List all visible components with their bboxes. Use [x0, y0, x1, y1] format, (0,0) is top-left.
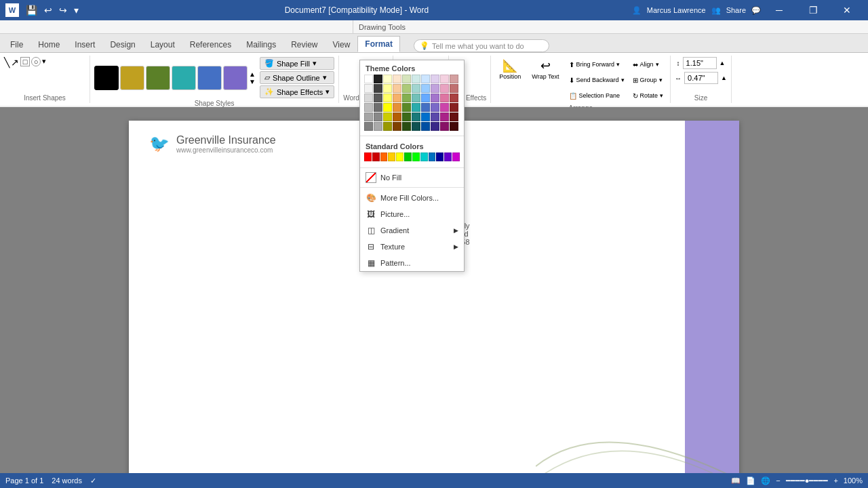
theme-color-cell[interactable] [383, 122, 392, 131]
send-backward-dropdown[interactable]: ▾ [621, 77, 625, 83]
std-color-purple[interactable] [444, 152, 452, 161]
theme-color-cell[interactable] [402, 94, 411, 102]
theme-color-cell[interactable] [412, 75, 420, 83]
theme-color-cell[interactable] [402, 75, 411, 83]
picture-option[interactable]: 🖼 Picture... [360, 206, 464, 222]
theme-color-cell[interactable] [393, 84, 401, 93]
theme-color-cell[interactable] [440, 94, 449, 102]
std-color-magenta[interactable] [452, 152, 460, 161]
swatch-purple[interactable] [223, 66, 248, 90]
theme-color-cell[interactable] [421, 84, 430, 93]
theme-color-cell[interactable] [431, 122, 439, 131]
swatch-black[interactable] [94, 66, 119, 90]
theme-color-cell[interactable] [393, 75, 401, 83]
swatch-gold[interactable] [120, 66, 144, 90]
minimize-button[interactable]: ─ [764, 0, 795, 20]
theme-color-cell[interactable] [431, 84, 439, 93]
theme-color-cell[interactable] [412, 84, 420, 93]
swatch-green[interactable] [146, 66, 170, 90]
shape-line-tool[interactable]: ╲ [4, 57, 9, 68]
undo-button[interactable]: ↩ [41, 3, 55, 17]
theme-color-cell[interactable] [402, 84, 411, 93]
proofing-icon[interactable]: ✓ [90, 476, 96, 485]
theme-color-cell[interactable] [364, 94, 373, 102]
theme-color-cell[interactable] [450, 113, 458, 121]
align-button[interactable]: ⬌ Align ▾ [630, 57, 667, 72]
theme-color-cell[interactable] [374, 122, 382, 131]
group-button[interactable]: ⊞ Group ▾ [630, 73, 667, 87]
theme-color-cell[interactable] [440, 84, 449, 93]
no-fill-option[interactable]: No Fill [360, 170, 464, 185]
tab-design[interactable]: Design [102, 36, 142, 52]
zoom-slider[interactable]: ━━━━●━━━━ [786, 476, 829, 485]
swatch-teal[interactable] [172, 66, 196, 90]
theme-color-cell[interactable] [393, 103, 401, 112]
tab-home[interactable]: Home [31, 36, 67, 52]
theme-color-cell[interactable] [450, 84, 458, 93]
customize-qa-button[interactable]: ▾ [71, 3, 81, 17]
tab-review[interactable]: Review [283, 36, 325, 52]
theme-color-cell[interactable] [393, 113, 401, 121]
theme-color-cell[interactable] [364, 103, 373, 112]
selection-pane-button[interactable]: 📋 Selection Pane [566, 88, 627, 103]
std-color-lime[interactable] [412, 152, 420, 161]
std-color-yellow2[interactable] [388, 152, 395, 161]
theme-color-cell[interactable] [383, 75, 392, 83]
rotate-button[interactable]: ↻ Rotate ▾ [630, 88, 667, 103]
tell-me-input[interactable]: 💡 Tell me what you want to do [414, 39, 549, 52]
theme-color-cell[interactable] [374, 84, 382, 93]
theme-color-cell[interactable] [402, 113, 411, 121]
tab-file[interactable]: File [3, 36, 31, 52]
swatch-blue[interactable] [197, 66, 222, 90]
restore-button[interactable]: ❐ [797, 0, 829, 20]
theme-color-cell[interactable] [440, 103, 449, 112]
theme-color-cell[interactable] [450, 122, 458, 131]
tab-mailings[interactable]: Mailings [239, 36, 283, 52]
gradient-option[interactable]: ◫ Gradient ▶ [360, 222, 464, 239]
theme-color-cell[interactable] [383, 113, 392, 121]
print-layout-icon[interactable]: 📄 [746, 476, 755, 485]
zoom-in-button[interactable]: + [833, 476, 837, 485]
tab-insert[interactable]: Insert [67, 36, 102, 52]
theme-color-cell[interactable] [440, 113, 449, 121]
theme-color-cell[interactable] [393, 94, 401, 102]
tab-references[interactable]: References [182, 36, 239, 52]
theme-color-cell[interactable] [440, 75, 449, 83]
shape-oval-tool[interactable]: ○ [31, 57, 41, 66]
shape-outline-button[interactable]: ▱ Shape Outline ▾ [260, 71, 334, 84]
std-color-yellow[interactable] [396, 152, 403, 161]
theme-color-cell[interactable] [412, 113, 420, 121]
std-color-blue[interactable] [429, 152, 436, 161]
theme-color-cell[interactable] [421, 75, 430, 83]
theme-color-cell[interactable] [421, 94, 430, 102]
shape-arrow-tool[interactable]: ↗ [11, 57, 19, 68]
shape-effects-button[interactable]: ✨ Shape Effects ▾ [260, 85, 334, 98]
theme-color-cell[interactable] [421, 122, 430, 131]
theme-color-cell[interactable] [412, 94, 420, 102]
theme-color-cell[interactable] [431, 103, 439, 112]
std-color-darkred[interactable] [372, 152, 380, 161]
tab-view[interactable]: View [326, 36, 358, 52]
send-backward-button[interactable]: ⬇ Send Backward ▾ [566, 73, 627, 87]
texture-option[interactable]: ⊟ Texture ▶ [360, 239, 464, 255]
tab-format[interactable]: Format [357, 36, 400, 52]
comment-icon[interactable]: 💬 [751, 6, 761, 15]
theme-color-cell[interactable] [374, 75, 382, 83]
std-color-darkblue[interactable] [436, 152, 443, 161]
theme-color-cell[interactable] [383, 84, 392, 93]
theme-color-cell[interactable] [421, 103, 430, 112]
wrap-text-button[interactable]: ↩ Wrap Text [528, 57, 563, 103]
theme-color-cell[interactable] [374, 94, 382, 102]
width-spinner-up[interactable]: ▲ [721, 75, 727, 81]
width-input[interactable] [684, 72, 718, 84]
theme-color-cell[interactable] [393, 122, 401, 131]
theme-color-cell[interactable] [364, 84, 373, 93]
theme-color-cell[interactable] [383, 94, 392, 102]
read-mode-icon[interactable]: 📖 [731, 476, 741, 485]
theme-color-cell[interactable] [450, 103, 458, 112]
close-button[interactable]: ✕ [831, 0, 863, 20]
std-color-green[interactable] [404, 152, 412, 161]
shape-fill-button[interactable]: 🪣 Shape Fill ▾ [260, 57, 334, 70]
height-spinner-up[interactable]: ▲ [719, 60, 726, 66]
shape-rect-tool[interactable]: □ [20, 57, 30, 66]
